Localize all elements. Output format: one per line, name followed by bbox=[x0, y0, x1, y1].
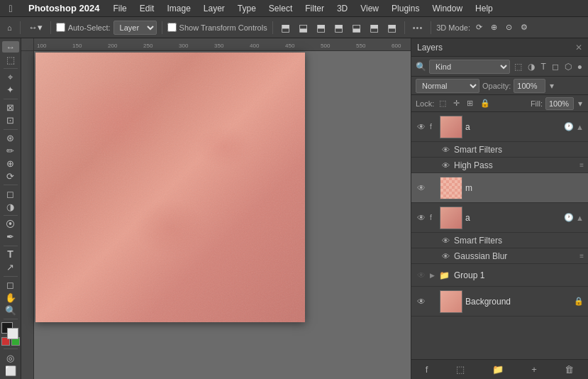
eyedropper-tool[interactable]: ⊡ bbox=[2, 115, 19, 126]
layer-m-name: m bbox=[465, 183, 581, 193]
zoom-tool[interactable]: 🔍 bbox=[2, 304, 19, 316]
auto-select-dropdown[interactable]: Layer Group bbox=[113, 21, 157, 35]
hand-tool[interactable]: ✋ bbox=[2, 292, 19, 303]
lock-all-button[interactable]: 🔒 bbox=[478, 98, 492, 109]
layer-row-m[interactable]: 👁 m bbox=[411, 173, 588, 203]
gaussblur-vis[interactable]: 👁 bbox=[440, 252, 451, 260]
move-tool-options[interactable]: ↔▾ bbox=[26, 21, 45, 34]
filter-pixel-button[interactable]: ⬚ bbox=[513, 60, 523, 73]
group1-expand-icon[interactable]: ▶ bbox=[430, 272, 435, 279]
3d-zoom-button[interactable]: ⊙ bbox=[503, 21, 515, 33]
filter-shape-button[interactable]: ◻ bbox=[550, 60, 560, 73]
highpass-vis[interactable]: 👁 bbox=[440, 161, 451, 170]
layer-background-visibility[interactable]: 👁 bbox=[416, 297, 427, 307]
gradient-tool[interactable]: ◑ bbox=[2, 201, 19, 212]
type-tool[interactable]: T bbox=[2, 248, 19, 260]
gaussblur-settings-icon[interactable]: ≡ bbox=[579, 252, 584, 260]
opacity-arrow-button[interactable]: ▾ bbox=[548, 79, 555, 92]
pen-tool[interactable]: ✒ bbox=[2, 231, 19, 243]
menu-window[interactable]: Window bbox=[426, 0, 469, 17]
move-tool[interactable]: ↔ bbox=[2, 41, 19, 53]
smart-filters-vis-top[interactable]: 👁 bbox=[440, 145, 451, 154]
menu-filter[interactable]: Filter bbox=[299, 0, 331, 17]
layer-row-a-top[interactable]: 👁 f a 🕐 ▲ bbox=[411, 112, 588, 142]
align-top-button[interactable]: ⬒ bbox=[331, 21, 346, 35]
layers-panel-close-icon[interactable]: ✕ bbox=[575, 43, 582, 53]
layer-row-group1[interactable]: 👁 ▶ 📁 Group 1 bbox=[411, 264, 588, 287]
marquee-tool[interactable]: ⬚ bbox=[2, 54, 19, 65]
align-left-button[interactable]: ⬒ bbox=[278, 21, 293, 35]
layer-group1-vis-hidden[interactable]: 👁 bbox=[416, 270, 427, 280]
align-right-button[interactable]: ⬒ bbox=[314, 21, 328, 35]
3d-rotate-button[interactable]: ⟳ bbox=[473, 21, 485, 33]
layers-kind-dropdown[interactable]: Kind bbox=[429, 60, 510, 74]
fill-arrow-button[interactable]: ▾ bbox=[577, 97, 584, 110]
add-mask-button[interactable]: ⬚ bbox=[454, 362, 467, 377]
menu-layer[interactable]: Layer bbox=[197, 0, 231, 17]
menu-edit[interactable]: Edit bbox=[133, 0, 161, 17]
lasso-tool[interactable]: ⌖ bbox=[2, 72, 19, 83]
auto-select-checkbox[interactable] bbox=[56, 23, 65, 32]
canvas-image[interactable] bbox=[35, 53, 305, 322]
ruler-left bbox=[21, 51, 34, 379]
shape-tool[interactable]: ◻ bbox=[2, 279, 19, 290]
blend-mode-dropdown[interactable]: Normal Multiply Screen Overlay bbox=[416, 79, 479, 93]
layer-row-background[interactable]: 👁 Background 🔒 bbox=[411, 287, 588, 317]
quick-mask-button[interactable]: ◎ bbox=[2, 352, 19, 363]
menu-file[interactable]: File bbox=[106, 0, 133, 17]
filter-smart-button[interactable]: ⬡ bbox=[563, 60, 573, 73]
distribute-button[interactable]: ⬒ bbox=[384, 21, 399, 35]
layer-m-visibility[interactable]: 👁 bbox=[416, 183, 427, 193]
gaussblur-filter-row[interactable]: 👁 Gaussian Blur ≡ bbox=[411, 248, 588, 264]
layer-a-bottom-name: a bbox=[465, 213, 561, 223]
lock-pixels-button[interactable]: ⬚ bbox=[437, 98, 448, 109]
transform-controls-checkbox[interactable] bbox=[167, 23, 177, 32]
crop-tool[interactable]: ⊠ bbox=[2, 101, 19, 113]
layer-a-bottom-visibility[interactable]: 👁 bbox=[416, 213, 427, 223]
history-tool[interactable]: ⟳ bbox=[2, 170, 19, 182]
layer-row-a-bottom[interactable]: 👁 f a 🕐 ▲ bbox=[411, 203, 588, 233]
highpass-settings-icon[interactable]: ≡ bbox=[579, 161, 584, 169]
align-bottom-button[interactable]: ⬒ bbox=[367, 21, 382, 35]
menu-3d[interactable]: 3D bbox=[331, 0, 354, 17]
delete-layer-button[interactable]: 🗑 bbox=[562, 362, 576, 377]
screen-mode-button[interactable]: ⬜ bbox=[2, 365, 19, 376]
clone-tool[interactable]: ⊕ bbox=[2, 158, 19, 169]
filter-toggle-button[interactable]: ● bbox=[576, 60, 584, 73]
menu-type[interactable]: Type bbox=[231, 0, 262, 17]
lock-position-button[interactable]: ✛ bbox=[451, 98, 462, 109]
home-button[interactable]: ⌂ bbox=[4, 22, 15, 33]
wand-tool[interactable]: ✦ bbox=[2, 84, 19, 96]
expand-icon-top[interactable]: ▲ bbox=[576, 123, 584, 131]
3d-settings-button[interactable]: ⚙ bbox=[518, 21, 531, 33]
menu-help[interactable]: Help bbox=[469, 0, 499, 17]
menu-view[interactable]: View bbox=[354, 0, 385, 17]
3d-pan-button[interactable]: ⊕ bbox=[488, 21, 500, 33]
dodge-tool[interactable]: ⦿ bbox=[2, 219, 19, 230]
add-style-button[interactable]: f bbox=[423, 362, 431, 377]
smart-filters-vis-bottom[interactable]: 👁 bbox=[440, 236, 451, 245]
filter-adjust-button[interactable]: ◑ bbox=[526, 60, 536, 73]
expand-icon-bottom[interactable]: ▲ bbox=[576, 214, 584, 222]
align-center-h-button[interactable]: ⬓ bbox=[296, 21, 311, 35]
color-swatches[interactable] bbox=[1, 322, 20, 334]
eraser-tool[interactable]: ◻ bbox=[2, 188, 19, 199]
highpass-filter-row[interactable]: 👁 High Pass ≡ bbox=[411, 158, 588, 173]
opacity-input[interactable] bbox=[514, 79, 545, 93]
layer-a-top-visibility[interactable]: 👁 bbox=[416, 122, 427, 132]
brush-tool[interactable]: ✏ bbox=[2, 145, 19, 156]
spot-heal-tool[interactable]: ⊛ bbox=[2, 132, 19, 143]
canvas-area: 100 150 200 250 300 350 400 450 500 550 … bbox=[21, 38, 411, 379]
filter-type-button[interactable]: T bbox=[539, 60, 547, 73]
background-swatch[interactable] bbox=[7, 328, 18, 339]
create-layer-button[interactable]: + bbox=[529, 362, 539, 377]
menu-plugins[interactable]: Plugins bbox=[385, 0, 426, 17]
create-group-button[interactable]: 📁 bbox=[490, 362, 506, 377]
align-center-v-button[interactable]: ⬓ bbox=[349, 21, 364, 35]
lock-artboard-button[interactable]: ⊞ bbox=[465, 98, 475, 109]
fill-input[interactable] bbox=[545, 97, 574, 110]
menu-select[interactable]: Select bbox=[262, 0, 299, 17]
path-select-tool[interactable]: ↗ bbox=[2, 262, 19, 273]
more-options-button[interactable]: ••• bbox=[410, 22, 426, 33]
menu-image[interactable]: Image bbox=[160, 0, 196, 17]
